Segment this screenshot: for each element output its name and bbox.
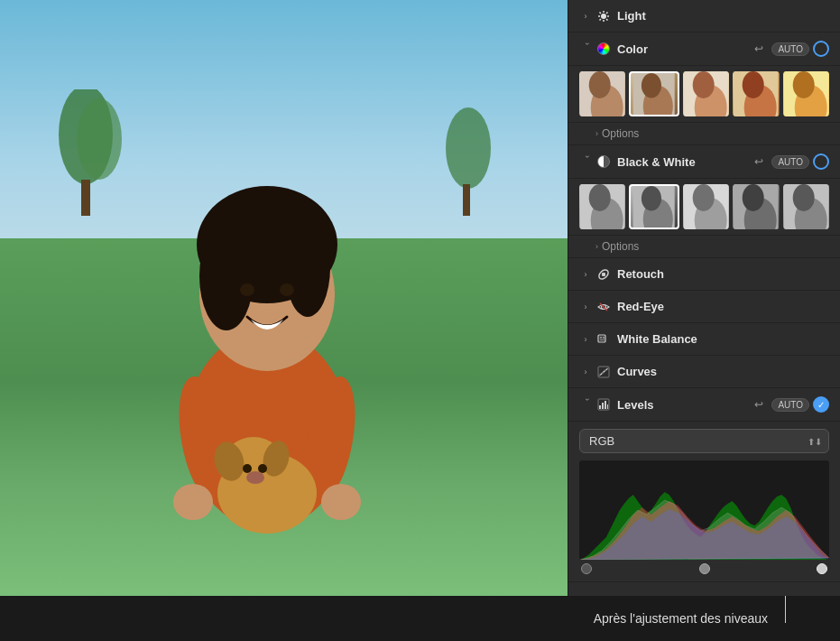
color-options-row[interactable]: › Options [568,123,840,145]
bw-thumb-4[interactable] [733,184,779,229]
bw-undo-button[interactable]: ↩ [750,153,768,171]
curves-section-title: Curves [617,365,829,378]
bw-chevron-icon: › [579,155,592,168]
retouch-section-row[interactable]: › Retouch [568,258,840,291]
svg-point-41 [693,71,715,98]
tree-right [441,107,495,216]
photo-panel [0,0,568,596]
svg-line-31 [606,12,607,13]
svg-rect-4 [463,184,470,216]
bw-thumbnails [568,179,840,236]
svg-point-10 [285,218,330,317]
levels-content: RGB Red Green Blue ⬆⬇ [568,422,840,582]
redeye-section-title: Red-Eye [617,300,829,313]
light-section-row[interactable]: › Light [568,0,840,33]
wb-section-row[interactable]: › White Balance [568,323,840,356]
color-options-chevron-icon: › [595,129,598,138]
svg-point-50 [589,184,611,211]
svg-line-32 [600,19,601,20]
histogram-sliders [579,560,829,574]
color-actions: ↩ AUTO [750,40,829,58]
light-section-title: Light [617,9,829,23]
svg-rect-77 [605,401,606,409]
bw-thumb-5[interactable] [783,184,829,229]
svg-point-9 [199,222,254,330]
bw-thumb-3[interactable] [683,184,729,229]
svg-rect-75 [599,405,601,409]
bw-thumb-2[interactable] [629,184,678,229]
histogram-chart [579,460,829,560]
svg-point-35 [589,71,611,98]
svg-rect-64 [602,273,605,276]
levels-histogram-icon [595,396,612,413]
svg-point-59 [743,184,764,211]
color-thumb-1[interactable] [579,71,625,116]
photo-subject [96,87,438,596]
svg-rect-78 [607,404,608,409]
color-thumb-4[interactable] [733,71,779,116]
color-thumb-3[interactable] [683,71,729,116]
bw-circle-icon [595,153,612,170]
svg-point-47 [792,71,814,98]
levels-actions: ↩ AUTO ✓ [750,395,829,413]
retouch-bandage-icon [595,266,612,283]
bw-options-label: Options [602,240,639,253]
svg-point-53 [642,186,661,211]
channel-select-wrap: RGB Red Green Blue ⬆⬇ [579,429,829,453]
bottom-caption-bar: Après l'ajustement des niveaux [0,596,840,641]
color-section-row[interactable]: › Color ↩ AUTO [568,33,840,66]
light-chevron-icon: › [579,10,592,23]
color-thumb-2[interactable] [629,71,678,116]
color-circle-icon [595,41,612,57]
bw-options-row[interactable]: › Options [568,236,840,258]
color-toggle[interactable] [813,41,829,57]
svg-point-62 [792,184,814,211]
levels-chevron-icon: › [579,398,592,411]
levels-section-row[interactable]: › Levels ↩ AUTO ✓ [568,388,840,422]
svg-point-11 [240,283,254,296]
svg-point-23 [246,471,264,484]
retouch-chevron-icon: › [579,268,592,281]
svg-point-16 [321,484,361,520]
bw-section-row[interactable]: › Black & White ↩ AUTO [568,145,840,179]
levels-undo-button[interactable]: ↩ [750,395,768,413]
svg-rect-70 [603,337,605,339]
wb-chevron-icon: › [579,333,592,346]
levels-auto-button[interactable]: AUTO [771,398,809,412]
svg-point-38 [642,73,661,98]
color-section-title: Color [617,42,750,56]
redeye-chevron-icon: › [579,301,592,313]
svg-line-29 [600,12,601,13]
bw-toggle[interactable] [813,153,829,170]
levels-toggle[interactable]: ✓ [813,396,829,413]
histogram-white-point-slider[interactable] [817,563,827,574]
color-undo-button[interactable]: ↩ [750,40,768,58]
wb-eyedropper-icon [595,331,612,348]
svg-point-56 [693,184,715,211]
svg-point-24 [601,14,606,19]
svg-point-22 [258,464,267,473]
svg-rect-2 [81,180,90,216]
bw-thumb-1[interactable] [579,184,625,229]
curves-section-row[interactable]: › Curves [568,356,840,388]
bw-section-title: Black & White [617,155,750,169]
adjustments-panel: › Light › Co [568,0,840,596]
color-options-label: Options [602,127,639,140]
curves-chevron-icon: › [579,366,592,378]
histogram-midpoint-slider[interactable] [699,563,710,574]
redeye-section-row[interactable]: › Red-Eye [568,291,840,323]
channel-select[interactable]: RGB Red Green Blue [579,429,829,453]
caption-text: Après l'ajustement des niveaux [594,611,768,626]
histogram-black-point-slider[interactable] [581,563,592,574]
svg-point-3 [446,107,491,189]
bw-options-chevron-icon: › [595,242,598,251]
levels-toggle-check-icon: ✓ [817,400,825,410]
redeye-eye-icon [595,299,612,315]
svg-line-30 [606,19,607,20]
svg-point-12 [280,283,294,296]
color-auto-button[interactable]: AUTO [771,42,809,56]
color-thumb-5[interactable] [783,71,829,116]
wb-section-title: White Balance [617,332,829,346]
bw-auto-button[interactable]: AUTO [771,155,809,169]
color-chevron-icon: › [579,42,592,55]
